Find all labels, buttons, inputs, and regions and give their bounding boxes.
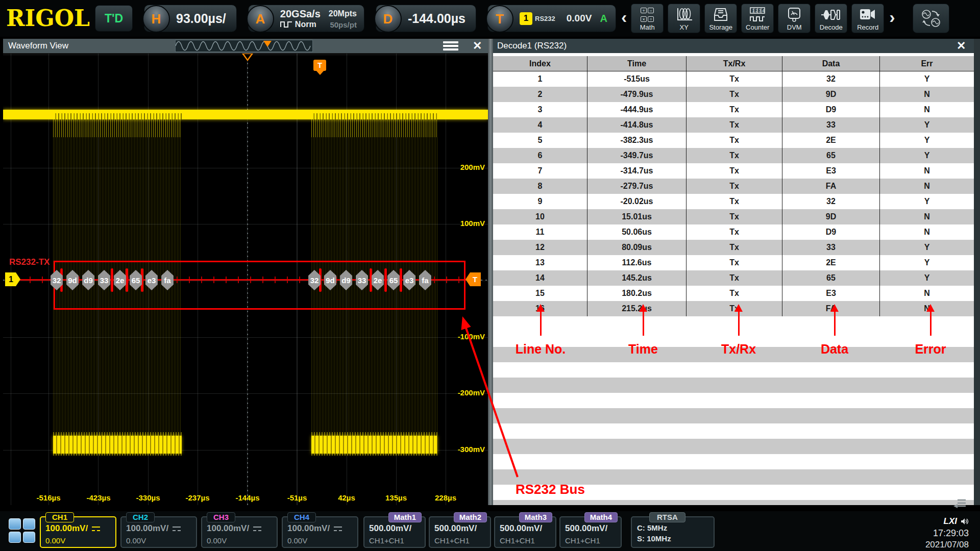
- cell-index: 13: [493, 255, 587, 270]
- cell-err: Y: [880, 71, 974, 87]
- cell-err: Y: [880, 255, 974, 270]
- decode-close-icon[interactable]: ✕: [957, 39, 966, 53]
- delay-pill[interactable]: D -144.00µs: [376, 5, 476, 32]
- time-label: -144µs: [225, 493, 271, 502]
- ch1-tab[interactable]: CH1: [45, 512, 74, 522]
- cell-txrx: Tx: [687, 194, 782, 209]
- ch3-tab[interactable]: CH3: [207, 512, 235, 522]
- math-box-1[interactable]: Math1 500.00mV/ CH1+CH1: [363, 516, 426, 548]
- menu-record-button[interactable]: Record: [851, 4, 884, 33]
- math4-source: CH1+CH1: [565, 536, 621, 545]
- windows-menu-icon[interactable]: [8, 516, 36, 545]
- trigger-sweep-mode: A: [600, 13, 607, 24]
- waveform-menu-icon[interactable]: [443, 41, 458, 51]
- cell-index: 10: [493, 209, 587, 224]
- menu-counter-button[interactable]: 1234 Counter: [741, 4, 774, 33]
- rtsa-box[interactable]: RTSA C: 5MHz S: 10MHz: [631, 516, 715, 548]
- decode-frame: 33: [355, 270, 369, 290]
- dc-coupling-icon: [173, 527, 181, 531]
- decode-panel: Decode1 (RS232) ✕ IndexTimeTx/RxDataErr …: [493, 39, 974, 505]
- cell-index: 15: [493, 286, 587, 301]
- mode-switch-button[interactable]: [913, 4, 949, 33]
- system-date: 2021/07/08: [925, 540, 969, 550]
- cell-index: 12: [493, 240, 587, 255]
- rigol-logo: RIGOL: [6, 3, 88, 34]
- delay-key[interactable]: D: [374, 5, 402, 33]
- cell-txrx: Tx: [687, 270, 782, 286]
- cell-time: 50.06us: [587, 224, 687, 240]
- waveform-close-icon[interactable]: ✕: [473, 39, 482, 53]
- menu-math-button[interactable]: +−×÷ Math: [631, 4, 664, 33]
- channel-box-ch4[interactable]: CH4 100.00mV/ 0.00V: [282, 516, 358, 548]
- trigger-key[interactable]: T: [486, 5, 513, 33]
- event-table-menu-icon[interactable]: [953, 498, 967, 508]
- math3-tab[interactable]: Math3: [519, 512, 552, 522]
- math-box-4[interactable]: Math4 500.00mV/ CH1+CH1: [559, 516, 622, 548]
- cell-txrx: Tx: [687, 209, 782, 224]
- math-box-3[interactable]: Math3 500.00mV/ CH1+CH1: [494, 516, 556, 548]
- channel-box-ch2[interactable]: CH2 100.00mV/ 0.00V: [120, 516, 197, 548]
- cell-err: Y: [880, 117, 974, 133]
- menu-record-label: Record: [857, 23, 878, 31]
- decode-column-header: Time: [587, 56, 687, 71]
- ch2-tab[interactable]: CH2: [126, 512, 155, 522]
- dvm-icon: [787, 7, 802, 23]
- acquire-pill[interactable]: A 20GSa/s Norm 20Mpts 50ps/pt: [248, 5, 364, 32]
- channel-box-ch3[interactable]: CH3 100.00mV/ 0.00V: [201, 516, 278, 548]
- waveform-panel: Waveform View ✕ 200mV100mV-100mV-200mV-3…: [3, 39, 488, 505]
- cell-index: 14: [493, 270, 587, 286]
- math2-tab[interactable]: Math2: [454, 512, 487, 522]
- menu-dvm-button[interactable]: DVM: [778, 4, 811, 33]
- dc-coupling-icon: [92, 527, 100, 531]
- horizontal-position-strip[interactable]: [175, 40, 313, 52]
- math1-tab[interactable]: Math1: [388, 512, 422, 522]
- channel-box-ch1[interactable]: CH1 100.00mV/ 0.00V: [40, 516, 116, 548]
- horizontal-position-marker[interactable]: [242, 54, 253, 61]
- math4-tab[interactable]: Math4: [584, 512, 618, 522]
- time-label: -51µs: [274, 493, 320, 502]
- memory-depth: 20Mpts: [329, 9, 357, 18]
- menu-scroll-left[interactable]: ‹: [621, 7, 627, 27]
- decode-frame: 65: [129, 270, 142, 290]
- cell-err: N: [880, 301, 974, 316]
- rtsa-tab[interactable]: RTSA: [649, 512, 685, 522]
- horizontal-scale-pill[interactable]: H 93.00µs/: [144, 5, 237, 32]
- cell-txrx: Tx: [687, 117, 782, 133]
- menu-xy-button[interactable]: XY: [668, 4, 700, 33]
- horizontal-key[interactable]: H: [142, 5, 170, 33]
- decode-column-header: Data: [782, 56, 880, 71]
- decode-scrollbar[interactable]: [974, 39, 980, 505]
- acquire-key[interactable]: A: [247, 5, 274, 33]
- ch4-tab[interactable]: CH4: [287, 512, 316, 522]
- time-label: 135µs: [373, 493, 419, 502]
- decode-frame: 65: [387, 270, 400, 290]
- decode-table-row: 9 -20.02us Tx 32 Y: [493, 194, 974, 209]
- waveform-header: Waveform View ✕: [3, 39, 488, 53]
- cell-time: -279.7us: [587, 179, 687, 194]
- math1-source: CH1+CH1: [369, 536, 425, 545]
- ch1-trace-low: [311, 436, 437, 454]
- waveform-display[interactable]: 200mV100mV-100mV-200mV-300mV -516µs-423µ…: [3, 53, 488, 505]
- ch1-scale: 100.00mV/: [45, 523, 88, 534]
- cell-data: FA: [782, 301, 880, 316]
- panel-divider[interactable]: [488, 39, 493, 505]
- trigger-status-button[interactable]: T'D: [95, 5, 133, 32]
- trigger-pill[interactable]: T 1 RS232 0.00V A: [487, 5, 616, 32]
- menu-xy-label: XY: [680, 23, 689, 31]
- cell-data: 9D: [782, 87, 880, 102]
- menu-scroll-right[interactable]: ›: [889, 7, 895, 27]
- trigger-type: RS232: [535, 15, 555, 22]
- menu-decode-button[interactable]: Decode: [815, 4, 847, 33]
- cell-index: 3: [493, 102, 587, 117]
- time-label: -423µs: [76, 493, 121, 502]
- math-box-2[interactable]: Math2 500.00mV/ CH1+CH1: [429, 516, 491, 548]
- ch3-scale: 100.00mV/: [207, 523, 249, 534]
- cell-time: -414.8us: [587, 117, 687, 133]
- waveform-title: Waveform View: [8, 41, 68, 51]
- menu-storage-button[interactable]: Storage: [704, 4, 737, 33]
- cell-time: 80.09us: [587, 240, 687, 255]
- math4-scale: 500.00mV/: [565, 523, 621, 534]
- cell-data: 33: [782, 240, 880, 255]
- trigger-position-flag[interactable]: T: [313, 60, 326, 71]
- cell-time: -515us: [587, 71, 687, 87]
